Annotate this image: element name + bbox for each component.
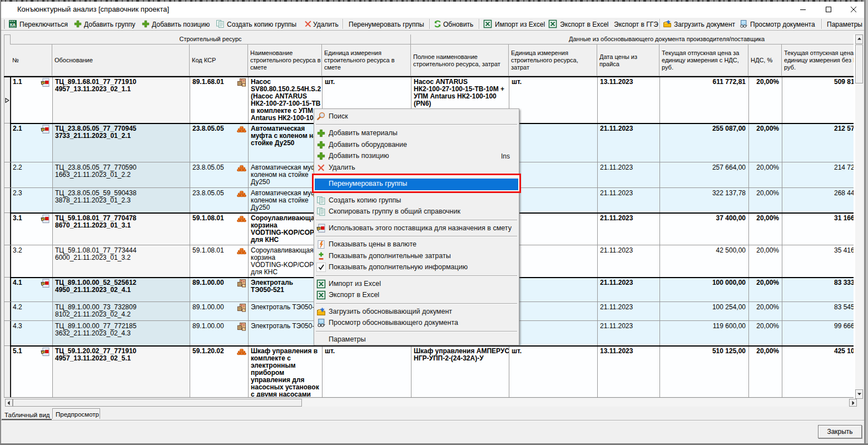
svg-text:КА: КА [10, 22, 16, 27]
